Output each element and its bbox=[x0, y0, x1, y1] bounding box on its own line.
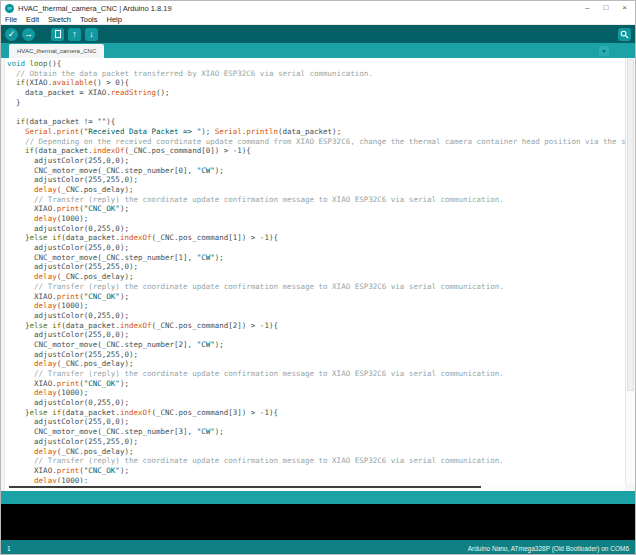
code-line: adjustColor(255,255,0); bbox=[7, 262, 625, 272]
code-line: CNC_motor_move(_CNC.step_number[1], "CW"… bbox=[7, 253, 625, 263]
line-number-indicator: 1 bbox=[7, 545, 11, 552]
magnifier-icon bbox=[620, 30, 629, 39]
status-message-strip bbox=[1, 491, 635, 504]
code-line: Serial.print("Received Data Packet => ")… bbox=[7, 127, 625, 137]
code-line: if(XIAO.available() > 0){ bbox=[7, 78, 625, 88]
code-line: adjustColor(255,255,0); bbox=[7, 437, 625, 447]
verify-button[interactable]: ✓ bbox=[5, 28, 18, 41]
horizontal-scrollbar[interactable] bbox=[6, 483, 625, 491]
upload-button[interactable]: → bbox=[22, 28, 35, 41]
code-line: adjustColor(255,0,0); bbox=[7, 330, 625, 340]
document-icon bbox=[55, 30, 61, 38]
code-line: void loop(){ bbox=[7, 59, 625, 69]
code-line: CNC_motor_move(_CNC.step_number[3], "CW"… bbox=[7, 427, 625, 437]
code-line: // Transfer (reply) the coordinate updat… bbox=[7, 456, 625, 466]
code-line: XIAO.print("CNC_OK"); bbox=[7, 204, 625, 214]
code-editor[interactable]: void loop(){ // Obtain the data packet t… bbox=[1, 58, 635, 491]
menu-sketch[interactable]: Sketch bbox=[48, 15, 71, 24]
tab-strip: HVAC_thermal_camera_CNC ▼ bbox=[1, 43, 635, 58]
code-area[interactable]: void loop(){ // Obtain the data packet t… bbox=[7, 59, 625, 491]
minimize-button[interactable]: – bbox=[585, 2, 589, 14]
menu-edit[interactable]: Edit bbox=[26, 15, 39, 24]
maximize-button[interactable]: □ bbox=[603, 2, 608, 14]
horizontal-scrollbar-thumb[interactable] bbox=[9, 486, 481, 488]
code-line: // Transfer (reply) the coordinate updat… bbox=[7, 282, 625, 292]
code-line: adjustColor(0,255,0); bbox=[7, 224, 625, 234]
titlebar: ∞ HVAC_thermal_camera_CNC | Arduino 1.8.… bbox=[1, 1, 635, 15]
tab-label: HVAC_thermal_camera_CNC bbox=[17, 48, 96, 54]
toolbar: ✓ → ↑ ↓ bbox=[1, 25, 635, 43]
arduino-app-icon: ∞ bbox=[5, 4, 14, 13]
code-line: if(data_packet != ""){ bbox=[7, 117, 625, 127]
scrollbar-corner bbox=[625, 483, 635, 491]
board-port-indicator: Arduino Nano, ATmega328P (Old Bootloader… bbox=[468, 545, 629, 552]
code-line: adjustColor(255,0,0); bbox=[7, 243, 625, 253]
tab-list-dropdown-button[interactable]: ▼ bbox=[599, 46, 609, 56]
serial-monitor-button[interactable] bbox=[618, 28, 631, 41]
code-line: XIAO.print("CNC_OK"); bbox=[7, 379, 625, 389]
code-line: delay(1000); bbox=[7, 214, 625, 224]
code-line: adjustColor(255,0,0); bbox=[7, 156, 625, 166]
arrow-up-icon: ↑ bbox=[72, 28, 77, 41]
open-sketch-button[interactable]: ↑ bbox=[68, 28, 81, 41]
vertical-scrollbar-thumb[interactable] bbox=[627, 59, 634, 391]
window-title: HVAC_thermal_camera_CNC | Arduino 1.8.19 bbox=[18, 4, 585, 13]
code-line: delay(_CNC.pos_delay); bbox=[7, 272, 625, 282]
code-line: adjustColor(255,255,0); bbox=[7, 175, 625, 185]
menu-tools[interactable]: Tools bbox=[80, 15, 98, 24]
arrow-right-icon: → bbox=[24, 28, 33, 41]
code-line: delay(_CNC.pos_delay); bbox=[7, 359, 625, 369]
code-line: } bbox=[7, 98, 625, 108]
vertical-scrollbar[interactable] bbox=[625, 58, 635, 483]
check-icon: ✓ bbox=[8, 28, 16, 41]
code-line: delay(_CNC.pos_delay); bbox=[7, 185, 625, 195]
code-line: // Transfer (reply) the coordinate updat… bbox=[7, 195, 625, 205]
code-line: adjustColor(255,0,0); bbox=[7, 417, 625, 427]
arrow-down-icon: ↓ bbox=[89, 28, 94, 41]
tab-hvac-thermal-camera-cnc[interactable]: HVAC_thermal_camera_CNC bbox=[9, 44, 104, 58]
code-line: delay(1000); bbox=[7, 301, 625, 311]
menu-help[interactable]: Help bbox=[106, 15, 121, 24]
code-line: // Depending on the received coordinate … bbox=[7, 137, 625, 147]
console-output bbox=[1, 504, 635, 540]
code-line bbox=[7, 107, 625, 117]
code-line: XIAO.print("CNC_OK"); bbox=[7, 466, 625, 476]
code-line: CNC_motor_move(_CNC.step_number[0], "CW"… bbox=[7, 166, 625, 176]
code-line: XIAO.print("CNC_OK"); bbox=[7, 292, 625, 302]
code-line: // Obtain the data packet transferred by… bbox=[7, 69, 625, 79]
code-line: CNC_motor_move(_CNC.step_number[2], "CW"… bbox=[7, 340, 625, 350]
code-line: if(data_packet.indexOf(_CNC.pos_command[… bbox=[7, 146, 625, 156]
arduino-ide-window: ∞ HVAC_thermal_camera_CNC | Arduino 1.8.… bbox=[0, 0, 636, 555]
code-line: delay(1000); bbox=[7, 388, 625, 398]
code-line: adjustColor(0,255,0); bbox=[7, 311, 625, 321]
code-line: adjustColor(0,255,0); bbox=[7, 398, 625, 408]
code-line: adjustColor(255,255,0); bbox=[7, 350, 625, 360]
chevron-down-icon: ▼ bbox=[602, 48, 607, 54]
code-line: }else if(data_packet.indexOf(_CNC.pos_co… bbox=[7, 233, 625, 243]
code-line: // Transfer (reply) the coordinate updat… bbox=[7, 369, 625, 379]
code-line: }else if(data_packet.indexOf(_CNC.pos_co… bbox=[7, 408, 625, 418]
code-line: }else if(data_packet.indexOf(_CNC.pos_co… bbox=[7, 321, 625, 331]
code-line: data_packet = XIAO.readString(); bbox=[7, 88, 625, 98]
window-controls: – □ × bbox=[585, 2, 631, 14]
code-line: delay(_CNC.pos_delay); bbox=[7, 447, 625, 457]
close-button[interactable]: × bbox=[622, 2, 627, 14]
new-sketch-button[interactable] bbox=[51, 28, 64, 41]
menubar: File Edit Sketch Tools Help bbox=[1, 15, 635, 25]
menu-file[interactable]: File bbox=[5, 15, 17, 24]
editor-gutter bbox=[1, 58, 5, 491]
save-sketch-button[interactable]: ↓ bbox=[85, 28, 98, 41]
statusbar: 1 Arduino Nano, ATmega328P (Old Bootload… bbox=[1, 540, 635, 555]
